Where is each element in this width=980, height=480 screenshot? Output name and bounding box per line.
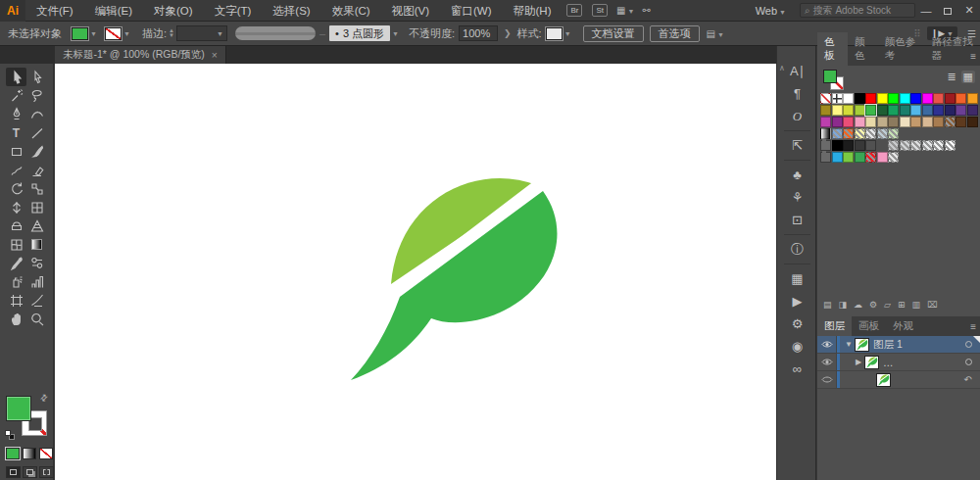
- pattern-swatch[interactable]: [945, 140, 956, 151]
- gradient-button[interactable]: [23, 448, 36, 459]
- brush-caret-icon[interactable]: ▼: [392, 30, 399, 37]
- panel-options-icon[interactable]: ▤▼: [707, 28, 724, 39]
- zoom-tool[interactable]: [26, 310, 47, 328]
- artboards-panel-icon[interactable]: ⊡: [777, 209, 817, 231]
- opentype-panel-icon[interactable]: O: [777, 105, 817, 127]
- pen-tool[interactable]: [6, 105, 26, 123]
- swatch[interactable]: [967, 117, 978, 127]
- panel-menu-icon[interactable]: ≡: [970, 51, 976, 62]
- pattern-swatch[interactable]: [910, 140, 921, 151]
- swatch[interactable]: [832, 105, 843, 116]
- perspective-grid-tool[interactable]: [26, 216, 47, 235]
- stroke-weight-field[interactable]: ▼: [176, 25, 227, 41]
- tab-外观[interactable]: 外观: [886, 316, 920, 336]
- swatch-libraries-icon[interactable]: ▤: [823, 300, 832, 310]
- swatch[interactable]: [900, 93, 910, 104]
- show-swatch-kinds-icon[interactable]: ◨: [839, 300, 848, 310]
- mesh-tool[interactable]: [6, 235, 26, 254]
- restore-button[interactable]: [937, 5, 958, 17]
- swatch[interactable]: [956, 93, 966, 104]
- swatch-registration[interactable]: [832, 93, 843, 104]
- blend-tool[interactable]: [26, 254, 47, 272]
- swatch[interactable]: [967, 105, 978, 116]
- magic-wand-tool[interactable]: [6, 86, 26, 105]
- pattern-swatch[interactable]: [888, 152, 899, 163]
- swatch[interactable]: [865, 140, 876, 151]
- swatch[interactable]: [855, 117, 865, 127]
- stroke-color-swatch[interactable]: [105, 27, 122, 40]
- selection-tool[interactable]: [6, 68, 26, 86]
- tab-色板[interactable]: 色板: [817, 32, 848, 66]
- symbol-sprayer-tool[interactable]: [6, 272, 26, 291]
- tab-画板[interactable]: 画板: [852, 316, 886, 336]
- transform-panel-icon[interactable]: ▦: [777, 267, 817, 290]
- color-button[interactable]: [6, 448, 20, 459]
- swatch-options-icon[interactable]: ⚙: [869, 300, 877, 310]
- artboard-tool[interactable]: [6, 291, 26, 310]
- new-swatch-icon[interactable]: ⊞: [898, 300, 906, 310]
- swatch[interactable]: [877, 152, 888, 163]
- style-caret-icon[interactable]: ▼: [564, 30, 571, 37]
- minimize-button[interactable]: —: [915, 5, 937, 17]
- paragraph-panel-icon[interactable]: ¶: [777, 82, 817, 105]
- swatch[interactable]: [843, 117, 854, 127]
- pattern-swatch[interactable]: [922, 140, 933, 151]
- swatch[interactable]: [855, 140, 865, 151]
- tab-图层[interactable]: 图层: [817, 316, 852, 336]
- list-view-icon[interactable]: ≣: [947, 71, 956, 83]
- swatch[interactable]: [900, 105, 910, 116]
- gradient-swatch[interactable]: [820, 128, 831, 139]
- visibility-eye-icon[interactable]: [817, 354, 837, 370]
- menu-item-3[interactable]: 文字(T): [204, 5, 263, 17]
- stock-button[interactable]: St: [592, 4, 608, 17]
- direct-selection-tool[interactable]: [26, 68, 47, 86]
- release-clip-icon[interactable]: ↶: [964, 374, 972, 385]
- opacity-field[interactable]: 100%: [459, 25, 498, 41]
- fill-caret-icon[interactable]: ▼: [90, 30, 97, 37]
- swap-fill-stroke-icon[interactable]: ⇄: [38, 392, 50, 404]
- info-panel-icon[interactable]: ⓘ: [777, 238, 817, 261]
- pattern-swatch[interactable]: [888, 128, 899, 139]
- panel-menu-icon[interactable]: ≡: [970, 321, 976, 332]
- menu-item-4[interactable]: 选择(S): [262, 5, 320, 17]
- curvature-tool[interactable]: [26, 105, 47, 123]
- menu-item-1[interactable]: 编辑(E): [84, 5, 143, 17]
- color-group-folder[interactable]: [820, 152, 831, 163]
- swatch[interactable]: [843, 93, 854, 104]
- draw-behind-button[interactable]: [23, 466, 37, 478]
- pattern-swatch[interactable]: [855, 128, 865, 139]
- actions-panel-icon[interactable]: ▶: [777, 290, 817, 312]
- stroke-weight-stepper[interactable]: ▲▼: [169, 28, 174, 38]
- column-graph-tool[interactable]: [26, 272, 47, 291]
- eraser-tool[interactable]: [26, 161, 47, 179]
- swatch[interactable]: [855, 93, 865, 104]
- swatch[interactable]: [865, 117, 876, 127]
- document-setup-button[interactable]: 文档设置: [583, 25, 644, 42]
- gear-panel-icon[interactable]: ⚙: [777, 312, 817, 335]
- default-fill-stroke-icon[interactable]: [5, 430, 15, 440]
- layer-thumbnail[interactable]: [855, 338, 869, 352]
- pattern-swatch[interactable]: [877, 128, 888, 139]
- new-color-group-icon[interactable]: ▱: [884, 300, 891, 310]
- shape-builder-tool[interactable]: [6, 216, 26, 235]
- share-icon[interactable]: ⚯: [642, 5, 650, 16]
- scale-tool[interactable]: [26, 179, 47, 198]
- cc-libraries-panel-icon[interactable]: ◉: [777, 335, 817, 358]
- layer-row-2[interactable]: ▶ …: [817, 354, 980, 371]
- document-tab[interactable]: 未标题-1* @ 100% (RGB/预览) ×: [55, 46, 226, 64]
- stroke-caret-icon[interactable]: ▼: [123, 30, 130, 37]
- line-segment-tool[interactable]: [26, 123, 47, 142]
- swatch[interactable]: [888, 93, 899, 104]
- pattern-swatch[interactable]: [945, 117, 956, 127]
- arrange-documents-icon[interactable]: ▦▼: [616, 5, 634, 16]
- swatch[interactable]: [843, 105, 854, 116]
- fill-indicator[interactable]: [6, 396, 31, 421]
- swatch[interactable]: [922, 117, 933, 127]
- dock-collapse-icon[interactable]: ∧: [779, 64, 785, 72]
- swatch[interactable]: [888, 117, 899, 127]
- slice-tool[interactable]: [26, 291, 47, 310]
- canvas-artboard[interactable]: [55, 64, 776, 480]
- swatch[interactable]: [877, 93, 888, 104]
- pattern-swatch[interactable]: [843, 128, 854, 139]
- hand-tool[interactable]: [6, 310, 26, 328]
